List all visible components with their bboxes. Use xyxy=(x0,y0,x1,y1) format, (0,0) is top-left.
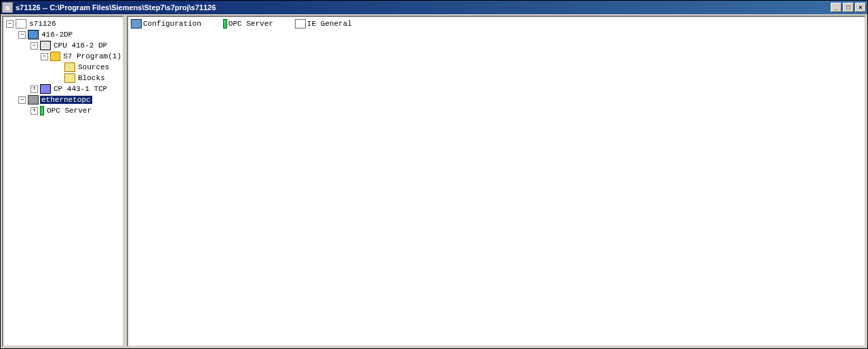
station-icon xyxy=(28,30,39,39)
tree-node-cp[interactable]: + CP 443-1 TCP xyxy=(3,84,123,94)
tree-label[interactable]: Sources xyxy=(77,63,111,71)
expander-icon[interactable]: − xyxy=(18,31,26,39)
expander-icon[interactable]: − xyxy=(31,42,38,50)
tree-node-opcserver[interactable]: + OPC Server xyxy=(3,105,123,116)
configuration-icon xyxy=(131,19,142,29)
content-label: Configuration xyxy=(143,20,201,28)
tree-label[interactable]: CPU 416-2 DP xyxy=(52,41,108,50)
expander-icon[interactable]: − xyxy=(18,96,26,104)
expander-icon[interactable]: + xyxy=(31,107,38,115)
tree-panel[interactable]: − s71126 − 416-2DP − CPU 416-2 DP − S7 P… xyxy=(2,16,124,347)
titlebar: s s71126 -- C:\Program Files\Siemens\Ste… xyxy=(1,1,867,14)
content-panel[interactable]: Configuration OPC Server IE General xyxy=(127,16,866,347)
window-controls: _ □ × xyxy=(831,3,866,12)
close-button[interactable]: × xyxy=(855,3,866,12)
expander-blank xyxy=(55,64,62,71)
tree-node-project[interactable]: − s71126 xyxy=(3,18,123,29)
tree-label[interactable]: OPC Server xyxy=(45,107,93,115)
client-area: − s71126 − 416-2DP − CPU 416-2 DP − S7 P… xyxy=(1,14,867,348)
maximize-button[interactable]: □ xyxy=(843,3,854,12)
tree-label[interactable]: s71126 xyxy=(28,20,58,28)
tree-node-cpu[interactable]: − CPU 416-2 DP xyxy=(3,40,123,51)
content-item-opc-server[interactable]: OPC Server xyxy=(223,18,273,29)
content-label: OPC Server xyxy=(229,20,273,28)
tree-node-blocks[interactable]: Blocks xyxy=(3,73,123,84)
tree-label-selected[interactable]: ethernetopc xyxy=(40,96,92,104)
expander-icon[interactable]: − xyxy=(41,53,48,60)
expander-blank xyxy=(55,75,62,82)
expander-icon[interactable]: − xyxy=(6,20,14,28)
tree-label[interactable]: S7 Program(1) xyxy=(62,52,123,60)
opc-icon xyxy=(223,19,227,29)
program-icon xyxy=(50,52,60,61)
project-icon xyxy=(16,19,26,29)
window-title: s71126 -- C:\Program Files\Siemens\Step7… xyxy=(16,3,831,12)
ethernet-icon xyxy=(28,95,39,105)
folder-icon xyxy=(64,73,75,83)
cpu-icon xyxy=(40,41,51,50)
ie-general-icon xyxy=(295,19,306,29)
folder-icon xyxy=(64,62,75,72)
tree-label[interactable]: Blocks xyxy=(77,74,106,82)
tree-node-program[interactable]: − S7 Program(1) xyxy=(3,51,123,62)
tree-label[interactable]: 416-2DP xyxy=(40,31,74,39)
app-icon: s xyxy=(2,2,13,13)
minimize-button[interactable]: _ xyxy=(831,3,842,12)
tree-label[interactable]: CP 443-1 TCP xyxy=(52,85,108,93)
content-item-configuration[interactable]: Configuration xyxy=(131,18,201,29)
content-item-ie-general[interactable]: IE General xyxy=(295,18,352,29)
tree-node-ethernetopc[interactable]: − ethernetopc xyxy=(3,94,123,105)
expander-icon[interactable]: + xyxy=(31,86,38,93)
cp-icon xyxy=(40,84,51,94)
opc-icon xyxy=(40,106,44,115)
content-label: IE General xyxy=(307,20,352,28)
tree-node-sources[interactable]: Sources xyxy=(3,62,123,73)
tree-node-station[interactable]: − 416-2DP xyxy=(3,29,123,40)
